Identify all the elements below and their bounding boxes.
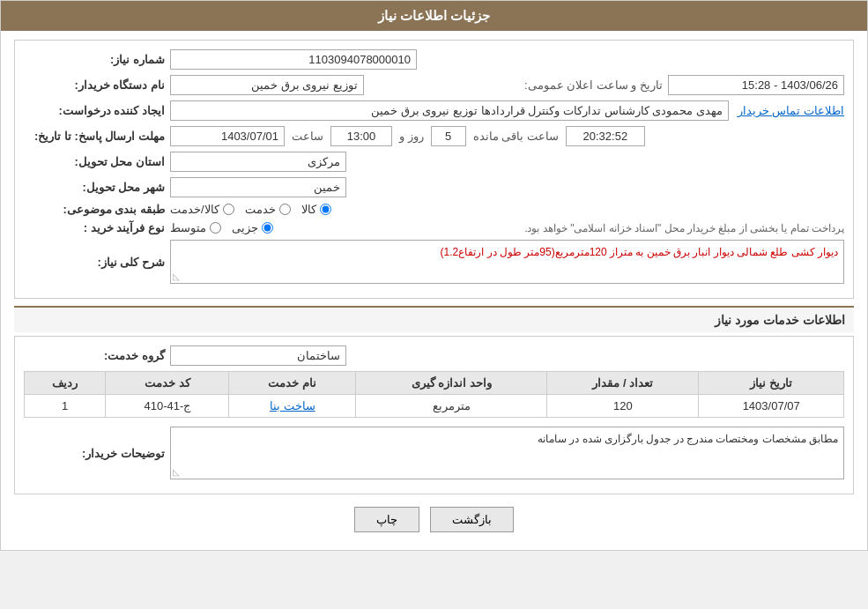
category-khedmat-radio[interactable] bbox=[279, 204, 291, 215]
buyer-notes-row: توضیحات خریدار: مطابق مشخصات ومختصات مند… bbox=[24, 427, 844, 479]
description-value: دیوار کشی طلع شمالی دیوار انبار برق خمین… bbox=[170, 240, 844, 284]
cell-date: 1403/07/07 bbox=[699, 395, 844, 418]
creator-value: مهدی محمودی کارشناس تدارکات وکنترل قرارد… bbox=[170, 100, 729, 121]
days-label: روز و bbox=[399, 130, 424, 143]
print-button[interactable]: چاپ bbox=[354, 507, 419, 532]
date-value: 1403/07/01 bbox=[170, 126, 285, 146]
request-number-label: شماره نیاز: bbox=[24, 53, 165, 66]
deadline-row: مهلت ارسال پاسخ: تا تاریخ: 1403/07/01 سا… bbox=[24, 126, 844, 146]
purchase-type-radio-group: متوسط جزیی bbox=[170, 221, 329, 234]
time-label: ساعت bbox=[292, 130, 323, 143]
purchase-jozi-radio[interactable] bbox=[262, 222, 273, 234]
remaining-value: 20:32:52 bbox=[566, 126, 645, 146]
page-wrapper: جزئیات اطلاعات نیاز شماره نیاز: 11030940… bbox=[0, 0, 868, 551]
remaining-label: ساعت باقی مانده bbox=[473, 130, 559, 143]
province-label: استان محل تحویل: bbox=[24, 155, 165, 168]
desc-corner-icon: ◺ bbox=[173, 271, 180, 281]
creator-row: ایجاد کننده درخواست: مهدی محمودی کارشناس… bbox=[24, 100, 844, 121]
category-kala-khedmat-label: کالا/خدمت bbox=[170, 203, 219, 216]
col-unit: واحد اندازه گیری bbox=[356, 372, 547, 395]
buttons-row: بازگشت چاپ bbox=[14, 507, 854, 532]
category-radio-group: کالا/خدمت خدمت کالا bbox=[170, 203, 331, 216]
category-kala-khedmat-item[interactable]: کالا/خدمت bbox=[170, 203, 234, 216]
buyer-org-label: نام دستگاه خریدار: bbox=[24, 78, 165, 92]
col-quantity: تعداد / مقدار bbox=[547, 372, 699, 395]
announce-value: 1403/06/26 - 15:28 bbox=[668, 75, 844, 95]
page-header: جزئیات اطلاعات نیاز bbox=[1, 1, 867, 31]
purchase-type-row: نوع فرآیند خرید : متوسط جزیی پرداخت تمام… bbox=[24, 221, 844, 234]
purchase-jozi-label: جزیی bbox=[232, 221, 258, 234]
table-header-row: تاریخ نیاز تعداد / مقدار واحد اندازه گیر… bbox=[25, 372, 844, 395]
services-section: گروه خدمت: ساختمان تاریخ نیاز تعداد / مق… bbox=[14, 336, 854, 494]
description-label: شرح کلی نیاز: bbox=[24, 256, 165, 269]
category-kala-radio[interactable] bbox=[320, 204, 331, 215]
request-number-row: شماره نیاز: 1103094078000010 bbox=[24, 49, 844, 70]
main-info-section: شماره نیاز: 1103094078000010 نام دستگاه … bbox=[14, 40, 854, 299]
purchase-jozi-item[interactable]: جزیی bbox=[232, 221, 273, 234]
announce-buyer-row: نام دستگاه خریدار: توزیع نیروی برق خمین … bbox=[24, 75, 844, 95]
col-service-name: نام خدمت bbox=[229, 372, 356, 395]
back-button[interactable]: بازگشت bbox=[430, 507, 514, 532]
purchase-motavasset-label: متوسط bbox=[170, 221, 206, 234]
deadline-fields: 1403/07/01 ساعت 13:00 روز و 5 ساعت باقی … bbox=[170, 126, 844, 146]
city-label: شهر محل تحویل: bbox=[24, 181, 165, 194]
buyer-notes-label: توضیحات خریدار: bbox=[24, 447, 165, 460]
announce-label: تاریخ و ساعت اعلان عمومی: bbox=[524, 78, 663, 92]
buyer-notes-value: مطابق مشخصات ومختصات مندرج در جدول بارگز… bbox=[170, 427, 844, 479]
category-kala-khedmat-radio[interactable] bbox=[223, 204, 234, 215]
service-group-value: ساختمان bbox=[170, 345, 346, 366]
category-kala-item[interactable]: کالا bbox=[301, 203, 331, 216]
category-row: طبقه بندی موضوعی: کالا/خدمت خدمت کالا bbox=[24, 203, 844, 216]
service-group-row: گروه خدمت: ساختمان bbox=[24, 345, 844, 366]
cell-row-num: 1 bbox=[25, 395, 106, 418]
description-row: شرح کلی نیاز: دیوار کشی طلع شمالی دیوار … bbox=[24, 240, 844, 284]
deadline-label: مهلت ارسال پاسخ: تا تاریخ: bbox=[24, 130, 165, 143]
purchase-type-label: نوع فرآیند خرید : bbox=[24, 221, 165, 234]
category-kala-label: کالا bbox=[301, 203, 316, 216]
days-value: 5 bbox=[431, 126, 466, 146]
creator-label: ایجاد کننده درخواست: bbox=[24, 104, 165, 117]
cell-service-name[interactable]: ساخت بنا bbox=[229, 395, 356, 418]
purchase-type-note: پرداخت تمام یا بخشی از مبلغ خریدار محل "… bbox=[334, 222, 844, 234]
category-khedmat-label: خدمت bbox=[245, 203, 276, 216]
page-title: جزئیات اطلاعات نیاز bbox=[378, 8, 490, 23]
time-value: 13:00 bbox=[330, 126, 392, 146]
request-number-value: 1103094078000010 bbox=[170, 49, 417, 70]
notes-corner-icon: ◺ bbox=[173, 467, 180, 477]
province-value: مرکزی bbox=[170, 152, 346, 172]
city-value: خمین bbox=[170, 177, 346, 197]
content-area: شماره نیاز: 1103094078000010 نام دستگاه … bbox=[1, 31, 867, 550]
purchase-motavasset-item[interactable]: متوسط bbox=[170, 221, 221, 234]
services-table: تاریخ نیاز تعداد / مقدار واحد اندازه گیر… bbox=[24, 371, 844, 418]
buyer-org-value: توزیع نیروی برق خمین bbox=[170, 75, 364, 95]
purchase-motavasset-radio[interactable] bbox=[210, 222, 221, 234]
contact-link[interactable]: اطلاعات تماس خریدار bbox=[738, 104, 844, 117]
col-row-num: ردیف bbox=[25, 372, 106, 395]
col-service-code: کد خدمت bbox=[106, 372, 229, 395]
table-row: 1403/07/07 120 مترمربع ساخت بنا ج-41-410… bbox=[25, 395, 844, 418]
category-khedmat-item[interactable]: خدمت bbox=[245, 203, 291, 216]
city-row: شهر محل تحویل: خمین bbox=[24, 177, 844, 197]
cell-service-code: ج-41-410 bbox=[106, 395, 229, 418]
cell-quantity: 120 bbox=[547, 395, 699, 418]
category-label: طبقه بندی موضوعی: bbox=[24, 203, 165, 216]
service-group-label: گروه خدمت: bbox=[24, 349, 165, 362]
cell-unit: مترمربع bbox=[356, 395, 547, 418]
col-date: تاریخ نیاز bbox=[699, 372, 844, 395]
province-row: استان محل تحویل: مرکزی bbox=[24, 152, 844, 172]
services-section-title: اطلاعات خدمات مورد نیاز bbox=[14, 306, 854, 332]
